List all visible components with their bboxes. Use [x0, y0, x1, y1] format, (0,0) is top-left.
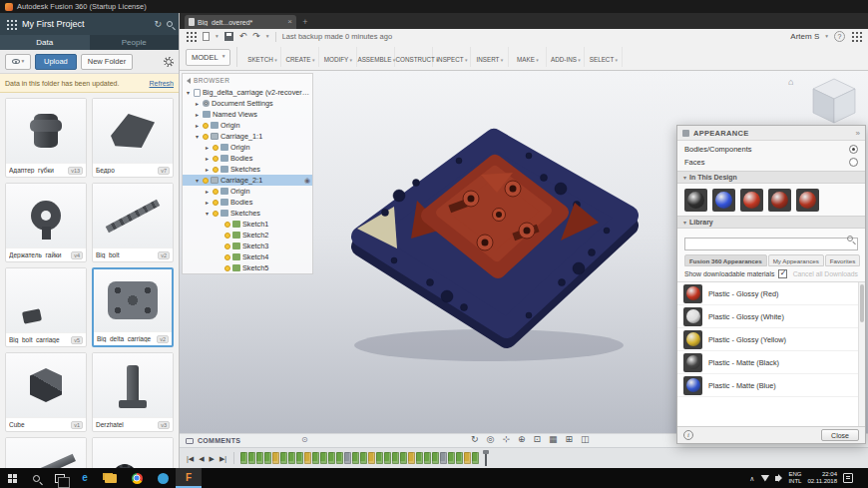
timeline-feature[interactable]	[360, 452, 367, 464]
gear-icon[interactable]	[164, 57, 174, 67]
collapse-dialog-icon[interactable]: »	[856, 129, 860, 138]
material-item[interactable]: Plastic - Matte (Black)	[677, 351, 865, 374]
menu-create[interactable]: CREATE	[281, 47, 319, 67]
undo-icon[interactable]: ↶	[239, 32, 247, 41]
material-item[interactable]: Plastic - Glossy (Yellow)	[677, 328, 865, 351]
close-button[interactable]: Close	[821, 429, 859, 441]
visibility-bulb-icon[interactable]	[203, 134, 209, 140]
playback-control-icon[interactable]: ▶|	[218, 455, 227, 462]
swatch-tile[interactable]	[768, 189, 791, 212]
new-tab-button[interactable]: +	[298, 15, 312, 29]
timeline-feature[interactable]	[248, 452, 255, 464]
browser-tree-row[interactable]: ▾ Big_delta_carriage (v2-recovered)	[183, 87, 312, 98]
visibility-bulb-icon[interactable]	[203, 178, 209, 184]
browser-tree-row[interactable]: Sketch3	[183, 241, 312, 251]
timeline-feature[interactable]	[280, 452, 287, 464]
project-item-card[interactable]: Big_delta_carriage v2	[92, 267, 174, 347]
refresh-icon[interactable]: ↻	[154, 20, 162, 29]
taskbar-fusion-icon[interactable]: F	[176, 468, 202, 488]
radio-button[interactable]	[849, 158, 858, 167]
timeline-feature[interactable]	[328, 452, 335, 464]
browser-tree-row[interactable]: ▸ Bodies	[183, 153, 312, 164]
visibility-bulb-icon[interactable]	[203, 123, 209, 129]
project-item-card[interactable]: Адаптер_губки v13	[5, 98, 87, 178]
project-item-card[interactable]: Бедро v7	[92, 98, 174, 178]
expand-arrow-icon[interactable]: ▸	[204, 167, 211, 173]
timeline-feature[interactable]	[392, 452, 399, 464]
scope-option-row[interactable]: Faces	[684, 158, 858, 167]
browser-tree-row[interactable]: ▸ Origin	[183, 186, 312, 197]
look-at-icon[interactable]: ◎	[487, 435, 495, 444]
taskbar-explorer-icon[interactable]	[98, 468, 124, 488]
menu-make[interactable]: MAKE	[509, 47, 547, 67]
scope-option-row[interactable]: Bodies/Components	[684, 145, 858, 154]
upload-button[interactable]: Upload	[35, 54, 77, 70]
project-item-card[interactable]: Big_bolt_carriage v5	[5, 267, 87, 347]
viewports-icon[interactable]: ◫	[581, 435, 590, 444]
grid-settings-icon[interactable]: ⊞	[566, 435, 574, 444]
orbit-icon[interactable]: ↻	[471, 435, 479, 444]
user-name[interactable]: Artem S	[790, 32, 819, 41]
browser-tree-row[interactable]: Sketch4	[183, 251, 312, 262]
chevron-down-icon[interactable]: ▾	[216, 34, 218, 40]
file-menu-icon[interactable]	[203, 32, 210, 41]
browser-tree-row[interactable]: ▸ Sketches	[183, 164, 312, 175]
timeline-feature[interactable]	[288, 452, 295, 464]
expand-arrow-icon[interactable]: ▾	[204, 211, 211, 217]
menu-select[interactable]: SELECT	[585, 47, 623, 67]
visibility-bulb-icon[interactable]	[213, 145, 218, 151]
new-folder-button[interactable]: New Folder	[81, 54, 133, 70]
network-icon[interactable]	[760, 475, 769, 482]
swatch-tile[interactable]	[712, 189, 735, 212]
swatch-tile[interactable]	[684, 189, 707, 212]
search-icon[interactable]	[167, 21, 173, 27]
data-panel-tab[interactable]: People	[90, 35, 180, 50]
playback-control-icon[interactable]: ▶	[209, 455, 216, 462]
taskbar-chrome-icon[interactable]	[124, 468, 150, 488]
expand-arrow-icon[interactable]: ▸	[194, 123, 201, 129]
info-icon[interactable]: i	[683, 430, 693, 440]
timeline-playhead[interactable]	[485, 451, 487, 466]
browser-tree-row[interactable]: ▾ Carriage_1:1	[183, 131, 312, 142]
expand-arrow-icon[interactable]: ▸	[204, 200, 211, 206]
browser-tree-row[interactable]: Sketch2	[183, 230, 312, 241]
timeline-feature[interactable]	[424, 452, 431, 464]
search-icon[interactable]	[847, 236, 853, 242]
timeline-feature[interactable]	[472, 452, 479, 464]
browser-tree-row[interactable]: ▸ Origin	[183, 120, 312, 131]
show-downloadable-checkbox[interactable]	[778, 269, 787, 278]
in-this-design-header[interactable]: In This Design	[677, 171, 865, 184]
browser-tree-row[interactable]: ▸ Origin	[183, 142, 312, 153]
browser-tree-row[interactable]: ▸ Bodies	[183, 197, 312, 208]
expand-arrow-icon[interactable]: ▾	[194, 134, 201, 140]
swatch-tile[interactable]	[740, 189, 763, 212]
visibility-bulb-icon[interactable]	[213, 200, 218, 206]
menu-addins[interactable]: ADD-INS	[547, 47, 585, 67]
language-indicator[interactable]: ENG INTL	[788, 471, 801, 485]
timeline-feature[interactable]	[336, 452, 343, 464]
activate-component-icon[interactable]: ◉	[304, 177, 310, 184]
start-button[interactable]	[0, 468, 24, 488]
redo-icon[interactable]: ↷	[252, 32, 260, 41]
taskbar-search-button[interactable]	[24, 468, 48, 488]
visibility-bulb-icon[interactable]	[213, 167, 218, 173]
timeline-feature[interactable]	[256, 452, 263, 464]
zoom-icon[interactable]: ⊕	[518, 435, 526, 444]
refresh-link[interactable]: Refresh	[149, 80, 174, 87]
viewport-3d-model[interactable]	[299, 101, 678, 400]
timeline-feature[interactable]	[344, 452, 351, 464]
visibility-bulb-icon[interactable]	[224, 222, 230, 228]
visibility-bulb-icon[interactable]	[213, 189, 218, 195]
timeline-feature[interactable]	[416, 452, 423, 464]
library-tab[interactable]: My Appearances	[768, 254, 824, 266]
save-icon[interactable]	[224, 32, 233, 41]
browser-tree-row[interactable]: ▾ Sketches	[183, 208, 312, 219]
clock[interactable]: 22:04 02.11.2018	[807, 471, 837, 485]
close-tab-icon[interactable]: ×	[287, 18, 292, 26]
volume-icon[interactable]	[775, 476, 779, 481]
chevron-down-icon[interactable]: ▾	[825, 34, 828, 40]
chevron-down-icon[interactable]: ▾	[266, 34, 269, 40]
timeline-feature[interactable]	[304, 452, 311, 464]
menu-inspect[interactable]: INSPECT	[433, 47, 471, 67]
playback-control-icon[interactable]: |◀	[186, 455, 195, 462]
